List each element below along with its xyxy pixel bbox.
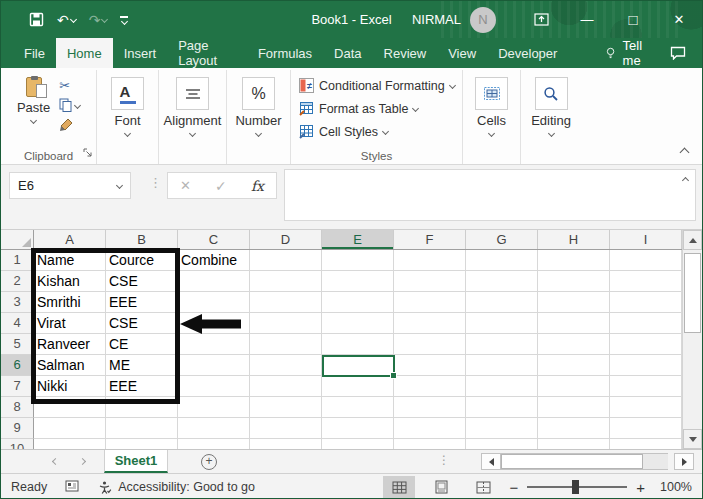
column-header-F[interactable]: F [394, 230, 466, 249]
cell-D10[interactable] [250, 439, 322, 449]
customize-qat-button[interactable] [120, 16, 128, 24]
cell-I1[interactable] [610, 250, 682, 271]
cell-B9[interactable] [106, 418, 178, 439]
tab-home[interactable]: Home [56, 38, 113, 68]
zoom-in-button[interactable]: + [636, 480, 645, 495]
zoom-slider-thumb[interactable] [572, 480, 579, 494]
row-header-6[interactable]: 6 [1, 355, 34, 376]
cell-G2[interactable] [466, 271, 538, 292]
name-box[interactable]: E6 [9, 172, 131, 199]
cell-H6[interactable] [538, 355, 610, 376]
row-header-7[interactable]: 7 [1, 376, 34, 397]
number-menu-button[interactable]: % Number [235, 74, 281, 136]
cell-E9[interactable] [322, 418, 394, 439]
tab-data[interactable]: Data [323, 38, 372, 68]
cell-C10[interactable] [178, 439, 250, 449]
cell-G9[interactable] [466, 418, 538, 439]
ribbon-display-options-button[interactable] [518, 1, 564, 38]
cell-E2[interactable] [322, 271, 394, 292]
copy-dropdown-icon[interactable] [74, 101, 81, 108]
cut-button[interactable]: ✂ [59, 78, 80, 92]
undo-button[interactable]: ↶ [57, 13, 76, 27]
page-layout-view-button[interactable] [425, 476, 457, 498]
accessibility-status-button[interactable]: Accessibility: Good to go [97, 480, 255, 495]
cell-F1[interactable] [394, 250, 466, 271]
cell-H7[interactable] [538, 376, 610, 397]
cell-C7[interactable] [178, 376, 250, 397]
cell-E1[interactable] [322, 250, 394, 271]
fill-handle[interactable] [390, 372, 397, 379]
cell-C8[interactable] [178, 397, 250, 418]
cell-C1[interactable]: Combine [178, 250, 250, 271]
maximize-button[interactable]: □ [610, 1, 656, 38]
comments-button[interactable] [654, 38, 702, 68]
cell-I4[interactable] [610, 313, 682, 334]
cell-E3[interactable] [322, 292, 394, 313]
cell-G1[interactable] [466, 250, 538, 271]
cell-H5[interactable] [538, 334, 610, 355]
editing-menu-button[interactable]: Editing [531, 74, 571, 136]
column-header-C[interactable]: C [178, 230, 250, 249]
format-as-table-button[interactable]: Format as Table [299, 97, 418, 120]
vertical-scrollbar[interactable] [682, 230, 702, 449]
tell-me-button[interactable]: Tell me [606, 38, 654, 68]
cell-C2[interactable] [178, 271, 250, 292]
name-box-dropdown-icon[interactable] [116, 182, 123, 189]
select-all-button[interactable] [1, 230, 34, 249]
cell-E4[interactable] [322, 313, 394, 334]
sheet-tab-sheet1[interactable]: Sheet1 [104, 450, 168, 473]
cell-D4[interactable] [250, 313, 322, 334]
tab-page-layout[interactable]: Page Layout [167, 38, 247, 68]
column-header-I[interactable]: I [610, 230, 682, 249]
cell-I2[interactable] [610, 271, 682, 292]
cell-H3[interactable] [538, 292, 610, 313]
undo-dropdown-icon[interactable] [70, 16, 77, 23]
cell-B10[interactable] [106, 439, 178, 449]
scroll-up-button[interactable] [683, 230, 702, 250]
cell-F9[interactable] [394, 418, 466, 439]
cell-G4[interactable] [466, 313, 538, 334]
account-button[interactable]: NIRMAL N [412, 7, 496, 33]
zoom-level[interactable]: 100% [654, 480, 692, 494]
row-header-10[interactable]: 10 [1, 439, 34, 449]
cancel-entry-button[interactable]: ✕ [180, 178, 191, 193]
cells-menu-button[interactable]: Cells [475, 74, 508, 136]
cell-I3[interactable] [610, 292, 682, 313]
cell-styles-button[interactable]: Cell Styles [299, 120, 388, 143]
close-button[interactable]: ✕ [656, 1, 702, 38]
cell-H10[interactable] [538, 439, 610, 449]
cell-G3[interactable] [466, 292, 538, 313]
copy-button[interactable] [59, 98, 80, 112]
clipboard-dialog-launcher[interactable] [83, 143, 92, 161]
cell-G5[interactable] [466, 334, 538, 355]
horizontal-scrollbar-thumb[interactable] [501, 454, 643, 469]
cell-A10[interactable] [34, 439, 106, 449]
cell-E8[interactable] [322, 397, 394, 418]
cell-F8[interactable] [394, 397, 466, 418]
next-sheet-icon[interactable] [79, 458, 86, 465]
cell-C5[interactable] [178, 334, 250, 355]
add-sheet-button[interactable]: + [201, 454, 217, 470]
scroll-right-button[interactable] [674, 453, 694, 470]
tab-file[interactable]: File [13, 38, 56, 68]
prev-sheet-icon[interactable] [52, 458, 59, 465]
font-menu-button[interactable]: A Font [111, 74, 144, 136]
formula-input[interactable] [284, 169, 696, 221]
conditional-formatting-button[interactable]: ≠ Conditional Formatting [299, 74, 455, 97]
column-header-G[interactable]: G [466, 230, 538, 249]
paste-button[interactable]: Paste [17, 74, 50, 132]
zoom-slider[interactable] [527, 486, 627, 488]
cell-H1[interactable] [538, 250, 610, 271]
row-header-9[interactable]: 9 [1, 418, 34, 439]
scroll-down-button[interactable] [683, 429, 702, 449]
minimize-button[interactable]: — [564, 1, 610, 38]
paste-dropdown-icon[interactable] [30, 117, 37, 124]
tab-formulas[interactable]: Formulas [247, 38, 323, 68]
save-button[interactable] [29, 12, 44, 27]
alignment-menu-button[interactable]: Alignment [164, 74, 222, 136]
vertical-scrollbar-thumb[interactable] [684, 253, 701, 333]
cell-F7[interactable] [394, 376, 466, 397]
horizontal-scrollbar-track[interactable] [501, 453, 668, 470]
cell-D1[interactable] [250, 250, 322, 271]
cell-D9[interactable] [250, 418, 322, 439]
